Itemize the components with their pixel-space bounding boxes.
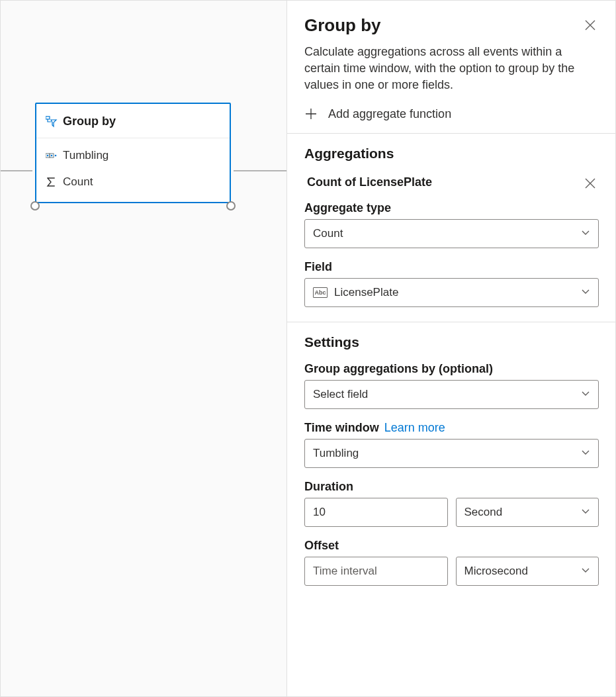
chevron-down-icon — [581, 506, 590, 519]
chevron-down-icon — [581, 388, 590, 401]
node-header: Group by — [36, 104, 230, 138]
node-row-label: Tumbling — [63, 149, 109, 162]
time-window-block: Time window Learn more Tumbling — [304, 421, 599, 468]
remove-aggregation-button[interactable] — [582, 175, 599, 192]
chevron-down-icon — [581, 447, 590, 460]
panel-header: Group by — [287, 1, 616, 36]
canvas-pane: Group by Tumbling — [1, 1, 286, 696]
settings-heading: Settings — [304, 334, 599, 350]
aggregations-section: Aggregations Count of LicensePlate Aggre… — [287, 134, 616, 322]
string-type-icon: Abc — [313, 287, 328, 298]
offset-unit-select[interactable]: Microsecond — [456, 557, 599, 586]
aggregate-type-label: Aggregate type — [304, 201, 599, 215]
panel-title: Group by — [304, 15, 381, 36]
node-row-tumbling[interactable]: Tumbling — [36, 142, 230, 169]
add-aggregate-label: Add aggregate function — [328, 107, 451, 121]
aggregations-heading: Aggregations — [304, 146, 599, 162]
output-port[interactable] — [226, 201, 236, 210]
chevron-down-icon — [581, 286, 590, 299]
panel-close-button[interactable] — [582, 17, 599, 34]
input-port[interactable] — [30, 201, 40, 210]
groupby-icon — [46, 116, 63, 128]
duration-block: Duration Second — [304, 480, 599, 527]
aggregation-name: Count of LicensePlate — [304, 175, 432, 189]
field-value: LicensePlate — [334, 286, 398, 299]
chevron-down-icon — [581, 565, 590, 578]
field-label: Field — [304, 260, 599, 274]
duration-unit-value: Second — [464, 506, 503, 519]
offset-label: Offset — [304, 539, 599, 553]
field-block: Field Abc LicensePlate — [304, 260, 599, 307]
node-row-count[interactable]: Count — [36, 169, 230, 195]
groupby-field-select[interactable]: Select field — [304, 380, 599, 409]
svg-rect-0 — [46, 116, 50, 119]
learn-more-link[interactable]: Learn more — [384, 421, 445, 435]
node-title: Group by — [63, 115, 116, 128]
offset-input[interactable] — [304, 557, 448, 586]
time-window-label: Time window Learn more — [304, 421, 599, 435]
aggregate-type-select[interactable]: Count — [304, 219, 599, 248]
aggregation-item-header: Count of LicensePlate — [304, 173, 599, 192]
duration-input-field[interactable] — [313, 506, 439, 519]
offset-block: Offset Microsecond — [304, 539, 599, 586]
aggregate-type-block: Aggregate type Count — [304, 201, 599, 248]
add-aggregate-button[interactable]: Add aggregate function — [287, 94, 616, 133]
groupby-node[interactable]: Group by Tumbling — [35, 103, 231, 203]
groupby-field-value: Select field — [313, 388, 368, 401]
svg-point-3 — [47, 155, 49, 157]
offset-input-field[interactable] — [313, 565, 439, 578]
offset-unit-value: Microsecond — [464, 565, 528, 578]
panel-description: Calculate aggregations across all events… — [287, 36, 616, 94]
edge-out — [234, 170, 286, 171]
edge-in — [1, 170, 32, 171]
node-row-label: Count — [63, 175, 93, 189]
duration-unit-select[interactable]: Second — [456, 498, 599, 527]
close-icon — [584, 177, 596, 189]
field-select[interactable]: Abc LicensePlate — [304, 278, 599, 307]
settings-section: Settings Group aggregations by (optional… — [287, 322, 616, 600]
plus-icon — [304, 107, 318, 120]
properties-panel: Group by Calculate aggregations across a… — [286, 1, 616, 696]
time-window-select[interactable]: Tumbling — [304, 439, 599, 468]
time-window-label-text: Time window — [304, 421, 379, 435]
time-window-value: Tumbling — [313, 447, 359, 460]
groupby-field-label: Group aggregations by (optional) — [304, 362, 599, 376]
duration-label: Duration — [304, 480, 599, 494]
sigma-icon — [46, 177, 63, 187]
svg-point-4 — [51, 155, 53, 157]
close-icon — [584, 19, 596, 31]
tumbling-window-icon — [46, 152, 63, 160]
svg-point-5 — [55, 155, 57, 157]
chevron-down-icon — [581, 227, 590, 240]
groupby-field-block: Group aggregations by (optional) Select … — [304, 362, 599, 409]
node-rows: Tumbling Count — [36, 138, 230, 202]
duration-input[interactable] — [304, 498, 448, 527]
aggregate-type-value: Count — [313, 227, 343, 240]
